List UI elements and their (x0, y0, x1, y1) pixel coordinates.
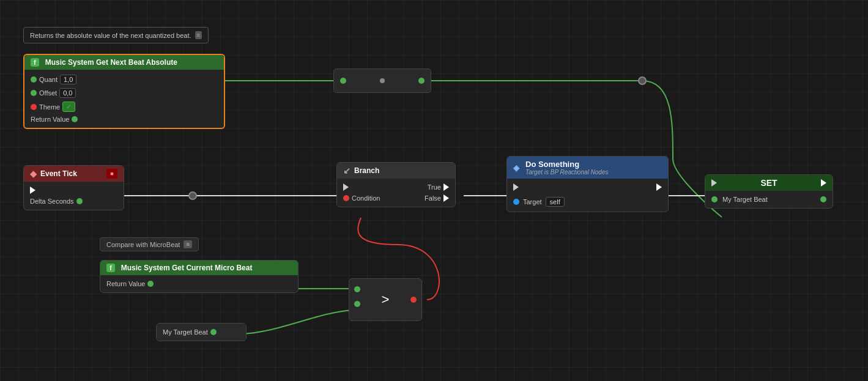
my-target-beat-pin[interactable] (210, 329, 217, 335)
offset-pin[interactable] (31, 90, 37, 96)
self-badge: self (546, 197, 565, 207)
set-header: SET (705, 175, 833, 191)
condition-label: Condition (352, 194, 380, 202)
do-something-title: Do Something (525, 160, 608, 169)
relay-out[interactable] (418, 78, 425, 84)
do-something-subtitle: Target is BP Reactional Nodes (525, 169, 608, 176)
return-value-row2: Return Value (106, 280, 292, 287)
do-something-body: Target self (507, 179, 668, 212)
theme-value[interactable]: ✓ (62, 102, 75, 112)
true-label: True (428, 183, 441, 191)
gt-in-top[interactable] (354, 286, 360, 292)
return-value-row: Return Value (31, 116, 218, 123)
false-pin[interactable] (443, 194, 449, 202)
event-tick-body: Delta Seconds (24, 182, 124, 210)
offset-value[interactable]: 0,0 (59, 88, 76, 98)
quant-value[interactable]: 1,0 (60, 75, 76, 84)
gt-out[interactable] (410, 297, 417, 303)
delta-seconds-label: Delta Seconds (30, 198, 74, 205)
event-tick-header: ◆ Event Tick ■ (24, 166, 124, 182)
my-target-in-pin[interactable] (711, 196, 718, 202)
gt-symbol: > (382, 292, 390, 308)
condition-pin[interactable] (343, 195, 349, 201)
exec-out-pin[interactable] (30, 187, 35, 194)
do-something-icon: ◈ (513, 163, 519, 172)
theme-pin[interactable] (31, 104, 37, 110)
do-something-node[interactable]: ◈ Do Something Target is BP Reactional N… (506, 156, 669, 212)
false-label: False (425, 194, 441, 202)
target-label: Target (523, 198, 542, 205)
quant-label: Quant (39, 76, 57, 83)
return-value-pin[interactable] (72, 116, 78, 122)
set-node[interactable]: SET My Target Beat (705, 174, 833, 209)
offset-pin-row: Offset 0,0 (31, 88, 218, 98)
event-tick-node[interactable]: ◆ Event Tick ■ Delta Seconds (23, 165, 124, 210)
music-get-current-node[interactable]: f Music System Get Current Micro Beat Re… (100, 260, 299, 293)
tooltip-icon: ≡ (195, 31, 202, 39)
compare-label-text: Compare with MicroBeat (106, 241, 180, 248)
delta-seconds-row: Delta Seconds (30, 198, 117, 205)
return-value-label: Return Value (31, 116, 69, 123)
relay-in[interactable] (340, 78, 346, 84)
my-target-label: My Target Beat (718, 196, 820, 203)
gt-right-pins (410, 297, 417, 303)
relay-center (380, 78, 385, 83)
my-target-row: My Target Beat (711, 196, 826, 203)
set-exec-out[interactable] (821, 179, 826, 187)
exec-row: True (343, 183, 449, 191)
reroute-green-top[interactable] (638, 76, 647, 85)
return-value-label2: Return Value (106, 280, 145, 287)
do-exec-row (513, 183, 662, 191)
offset-label: Offset (39, 89, 57, 97)
music-get-current-header: f Music System Get Current Micro Beat (100, 261, 298, 275)
music-get-next-title: Music System Get Next Beat Absolute (45, 58, 177, 67)
greater-than-node[interactable]: > (349, 278, 422, 321)
branch-exec-in[interactable] (343, 183, 349, 191)
target-row: Target self (513, 197, 662, 207)
do-exec-out[interactable] (656, 183, 662, 191)
my-target-beat-var-node[interactable]: My Target Beat (156, 323, 247, 341)
my-target-beat-body: My Target Beat (157, 324, 246, 341)
theme-label: Theme (39, 103, 60, 111)
set-exec-in[interactable] (711, 179, 717, 187)
target-pin[interactable] (513, 199, 519, 205)
compare-micorbeat-label: Compare with MicroBeat ≡ (100, 237, 199, 251)
my-target-beat-pin-row: My Target Beat (163, 328, 240, 336)
theme-pin-row: Theme ✓ (31, 102, 218, 112)
branch-title: Branch (354, 166, 379, 175)
func-icon2: f (106, 264, 115, 272)
branch-header: ↙ Branch (337, 163, 455, 179)
do-something-header: ◈ Do Something Target is BP Reactional N… (507, 157, 668, 179)
do-exec-in[interactable] (513, 183, 519, 191)
compare-icon: ≡ (184, 240, 192, 248)
tooltip-text: Returns the absolute value of the next q… (30, 32, 191, 39)
gt-left-pins (354, 286, 360, 307)
music-get-current-body: Return Value (100, 275, 298, 292)
exec-out-row (30, 187, 117, 194)
branch-body: True Condition False (337, 179, 455, 207)
event-tick-title: Event Tick (40, 169, 77, 178)
set-body: My Target Beat (705, 191, 833, 208)
my-target-out-pin[interactable] (820, 196, 826, 202)
return-value-pin2[interactable] (147, 281, 154, 287)
delta-seconds-pin[interactable] (76, 198, 83, 204)
music-get-current-title: Music System Get Current Micro Beat (121, 264, 253, 272)
tooltip: Returns the absolute value of the next q… (23, 27, 209, 43)
true-pin[interactable] (443, 183, 449, 191)
quant-pin[interactable] (31, 76, 37, 83)
reroute-exec[interactable] (188, 191, 197, 200)
quant-pin-row: Quant 1,0 (31, 75, 218, 84)
gt-in-bottom[interactable] (354, 301, 360, 307)
condition-row: Condition False (343, 194, 449, 202)
set-title: SET (721, 178, 817, 188)
music-get-next-body: Quant 1,0 Offset 0,0 Theme ✓ Return Valu… (24, 70, 224, 128)
my-target-beat-label: My Target Beat (163, 328, 208, 336)
branch-icon: ↙ (343, 166, 351, 176)
relay-node (333, 68, 431, 93)
music-get-next-beat-node[interactable]: f Music System Get Next Beat Absolute Qu… (23, 54, 225, 129)
music-get-next-header: f Music System Get Next Beat Absolute (24, 55, 224, 70)
event-marker: ■ (106, 169, 117, 179)
true-row: True (428, 183, 449, 191)
func-icon: f (31, 58, 39, 67)
branch-node[interactable]: ↙ Branch True Condition False (336, 162, 456, 207)
